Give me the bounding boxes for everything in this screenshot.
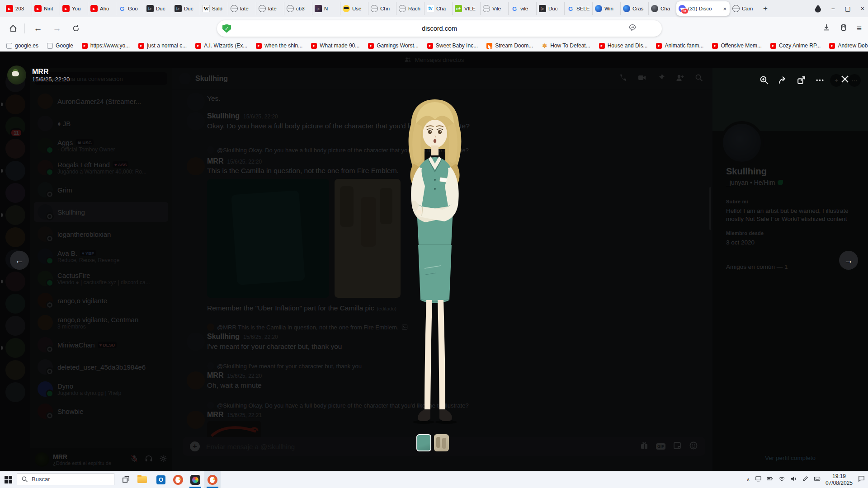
close-icon[interactable] bbox=[840, 74, 850, 86]
browser-tab[interactable]: Chri bbox=[368, 2, 396, 15]
browser-tab[interactable]: Cam bbox=[730, 2, 758, 15]
browser-tab[interactable]: Goo bbox=[116, 2, 144, 15]
browser-tab[interactable]: Cha bbox=[424, 2, 452, 15]
start-button[interactable] bbox=[5, 476, 12, 483]
bookmark[interactable]: House and Dis... bbox=[599, 42, 648, 49]
youtube-icon bbox=[656, 43, 662, 49]
new-tab-button[interactable]: + bbox=[758, 4, 773, 13]
avatar[interactable] bbox=[7, 66, 26, 84]
tab-label: late bbox=[240, 6, 254, 11]
bookmark[interactable]: Google bbox=[47, 42, 73, 49]
browser-tab[interactable]: Cha bbox=[648, 2, 676, 15]
minimize-button[interactable]: − bbox=[831, 5, 835, 12]
next-image-button[interactable]: → bbox=[839, 251, 858, 270]
browser-tab[interactable]: You bbox=[60, 2, 88, 15]
browser-tab[interactable]: Nint bbox=[32, 2, 60, 15]
flower-icon: ✽ bbox=[542, 43, 547, 49]
page-action-bubble-icon[interactable] bbox=[628, 23, 637, 33]
maximize-button[interactable]: ▢ bbox=[845, 5, 851, 12]
globe-favicon bbox=[483, 5, 490, 12]
bookmark[interactable]: just a normal c... bbox=[138, 42, 187, 49]
browser-tab[interactable]: Win bbox=[592, 2, 620, 15]
bookmark[interactable]: ✽How To Defeat... bbox=[542, 42, 590, 49]
bookmark[interactable]: https://www.yo... bbox=[82, 42, 130, 49]
bookmark[interactable]: Stream Doom... bbox=[486, 42, 533, 49]
browser-tab[interactable]: Aho bbox=[88, 2, 116, 15]
reload-button[interactable] bbox=[70, 23, 82, 34]
globe-favicon bbox=[287, 5, 294, 12]
thumbnail[interactable] bbox=[434, 434, 449, 451]
bookmark-label: Sweet Baby Inc... bbox=[436, 42, 478, 49]
search-icon bbox=[21, 476, 28, 483]
bookmark[interactable]: Animatic fanm... bbox=[656, 42, 703, 49]
library-icon[interactable] bbox=[840, 23, 848, 33]
browser-tab[interactable]: Cras bbox=[620, 2, 648, 15]
browser-tab[interactable]: Duc bbox=[172, 2, 200, 15]
zoom-icon[interactable] bbox=[760, 75, 769, 87]
tab-label: late bbox=[268, 6, 282, 11]
browser-tab[interactable]: Vile bbox=[480, 2, 508, 15]
browser-tab-active-discord[interactable]: 31(31) Disco× bbox=[676, 1, 730, 16]
flame-icon[interactable] bbox=[815, 5, 821, 13]
monitor-icon[interactable] bbox=[755, 475, 762, 484]
more-options-icon[interactable] bbox=[815, 75, 825, 87]
bookmarks-overflow-icon[interactable]: » bbox=[860, 42, 863, 49]
tab-label: Cam bbox=[742, 6, 755, 11]
keyboard-icon[interactable] bbox=[814, 475, 821, 484]
open-external-icon[interactable] bbox=[797, 75, 806, 87]
downloads-icon[interactable] bbox=[822, 23, 830, 33]
browser-tab[interactable]: Duc bbox=[536, 2, 564, 15]
bookmark[interactable]: What made 90... bbox=[311, 42, 359, 49]
task-view-button[interactable] bbox=[118, 471, 134, 488]
tab-close-icon[interactable]: × bbox=[722, 5, 727, 12]
bookmark[interactable]: A.I. Wizards (Ex... bbox=[195, 42, 247, 49]
battery-icon[interactable] bbox=[767, 475, 774, 484]
bookmark[interactable]: google.es bbox=[6, 42, 38, 49]
browser-tab[interactable]: late bbox=[256, 2, 284, 15]
volume-icon[interactable] bbox=[790, 475, 797, 484]
duckduckgo-active-button[interactable] bbox=[204, 471, 221, 488]
outlook-button[interactable]: O bbox=[153, 471, 169, 488]
browser-tab[interactable]: Use bbox=[340, 2, 368, 15]
taskbar-search[interactable]: Buscar bbox=[17, 473, 114, 485]
file-explorer-button[interactable] bbox=[134, 471, 150, 488]
hidden-icons-chevron[interactable]: ∧ bbox=[746, 477, 750, 483]
back-button[interactable]: ← bbox=[32, 23, 44, 34]
browser-tab[interactable]: Duc bbox=[144, 2, 172, 15]
url-bar[interactable]: ✓ discord.com bbox=[217, 20, 662, 37]
menu-icon[interactable]: ≡ bbox=[857, 23, 862, 33]
taskbar-clock[interactable]: 19:19 07/08/2025 bbox=[826, 473, 853, 486]
browser-tab[interactable]: Rach bbox=[396, 2, 424, 15]
globe-favicon bbox=[231, 5, 238, 12]
bookmark[interactable]: Cozy Anime RP... bbox=[770, 42, 821, 49]
window-close-button[interactable]: × bbox=[861, 5, 864, 12]
bookmark[interactable]: Sweet Baby Inc... bbox=[427, 42, 478, 49]
thumbnail-selected[interactable] bbox=[416, 434, 431, 451]
bookmark-label: Gamings Worst... bbox=[377, 42, 418, 49]
lightbox-image-character[interactable] bbox=[396, 96, 473, 428]
browser-tab[interactable]: 203 bbox=[4, 2, 32, 15]
desktop-screen: 203 Nint You Aho Goo Duc Duc Salò late l… bbox=[0, 0, 868, 488]
notification-center-icon[interactable] bbox=[858, 475, 865, 484]
tab-label: Duc bbox=[184, 6, 198, 11]
duckduckgo-button[interactable] bbox=[170, 471, 186, 488]
home-icon[interactable] bbox=[7, 23, 19, 34]
browser-tab[interactable]: VILE bbox=[452, 2, 480, 15]
url-text: discord.com bbox=[217, 25, 662, 32]
pen-icon[interactable] bbox=[802, 475, 809, 484]
palette-app-button[interactable] bbox=[187, 471, 203, 488]
browser-tab[interactable]: SELE bbox=[564, 2, 592, 15]
forward-share-icon[interactable] bbox=[778, 75, 788, 87]
video-favicon bbox=[146, 5, 154, 12]
browser-tab[interactable]: late bbox=[228, 2, 256, 15]
clock-date: 07/08/2025 bbox=[826, 480, 853, 486]
bookmark[interactable]: Offensive Mem... bbox=[712, 42, 761, 49]
previous-image-button[interactable]: ← bbox=[10, 251, 29, 270]
browser-tab[interactable]: N bbox=[312, 2, 340, 15]
browser-tab[interactable]: vile bbox=[508, 2, 536, 15]
bookmark[interactable]: when the shin... bbox=[256, 42, 302, 49]
wifi-icon[interactable] bbox=[778, 475, 785, 484]
browser-tab[interactable]: cb3 bbox=[284, 2, 312, 15]
bookmark[interactable]: Gamings Worst... bbox=[368, 42, 418, 49]
browser-tab[interactable]: Salò bbox=[200, 2, 228, 15]
